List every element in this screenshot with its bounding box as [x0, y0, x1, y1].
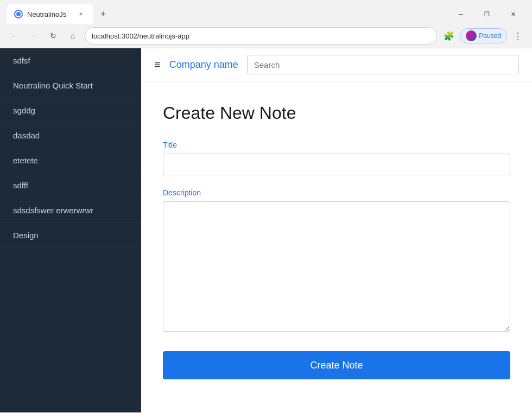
extensions-area: 🧩 Paused ⋮ [441, 28, 525, 43]
hamburger-icon[interactable]: ≡ [154, 59, 161, 71]
refresh-button[interactable]: ↻ [46, 28, 61, 43]
minimize-button[interactable]: ─ [448, 7, 473, 22]
address-bar: ← → ↻ ⌂ localhost:3002/neutralinojs-app … [0, 24, 532, 48]
description-label: Description [163, 188, 510, 197]
home-button[interactable]: ⌂ [65, 28, 80, 43]
sidebar-item-sdsdsfswer[interactable]: sdsdsfswer erwerwrwr [0, 198, 141, 223]
sidebar-item-label: Neutralino Quick Start [13, 81, 93, 90]
search-input[interactable] [247, 55, 519, 74]
sidebar-item-label: sdsdsfswer erwerwrwr [13, 206, 93, 215]
sidebar-item-label: sdfsf [13, 56, 30, 65]
description-input[interactable] [163, 201, 510, 332]
app-container: sdfsf Neutralino Quick Start sgddg dasda… [0, 48, 532, 412]
sidebar: sdfsf Neutralino Quick Start sgddg dasda… [0, 48, 141, 412]
active-tab[interactable]: NeutralinoJs × [7, 4, 93, 24]
tab-bar: NeutralinoJs × + [7, 4, 111, 24]
sidebar-item-etetete[interactable]: etetete [0, 148, 141, 173]
restore-button[interactable]: ❐ [474, 7, 499, 22]
title-bar: NeutralinoJs × + ─ ❐ ✕ [0, 0, 532, 24]
sidebar-item-design[interactable]: Design [0, 223, 141, 248]
window-controls: ─ ❐ ✕ [448, 7, 525, 22]
form-area: Create New Note Title Description Create… [141, 81, 532, 401]
tab-favicon [14, 10, 23, 18]
back-button[interactable]: ← [7, 28, 22, 43]
close-button[interactable]: ✕ [501, 7, 525, 22]
tab-title: NeutralinoJs [27, 10, 66, 18]
sidebar-item-sdfff[interactable]: sdfff [0, 173, 141, 198]
top-navbar: ≡ Company name [141, 48, 532, 81]
profile-label: Paused [479, 32, 501, 40]
sidebar-item-dasdad[interactable]: dasdad [0, 123, 141, 148]
forward-button[interactable]: → [26, 28, 41, 43]
sidebar-item-neutralino-quick-start[interactable]: Neutralino Quick Start [0, 73, 141, 98]
tab-close-button[interactable]: × [76, 9, 86, 19]
browser-chrome: NeutralinoJs × + ─ ❐ ✕ ← → ↻ ⌂ localhost… [0, 0, 532, 48]
avatar [466, 30, 477, 41]
profile-badge[interactable]: Paused [460, 28, 507, 43]
url-text: localhost:3002/neutralinojs-app [92, 32, 430, 40]
page-title: Create New Note [163, 103, 510, 123]
url-bar[interactable]: localhost:3002/neutralinojs-app [85, 27, 437, 45]
sidebar-item-label: dasdad [13, 131, 40, 140]
extensions-icon[interactable]: 🧩 [441, 28, 457, 43]
sidebar-item-label: etetete [13, 156, 38, 165]
company-name[interactable]: Company name [169, 59, 238, 71]
browser-menu-button[interactable]: ⋮ [510, 28, 525, 43]
new-tab-button[interactable]: + [96, 7, 111, 22]
sidebar-item-sgddg[interactable]: sgddg [0, 98, 141, 123]
sidebar-item-label: sdfff [13, 181, 28, 190]
title-input[interactable] [163, 154, 510, 175]
create-note-button[interactable]: Create Note [163, 351, 510, 379]
sidebar-item-label: sgddg [13, 106, 35, 115]
sidebar-item-label: Design [13, 231, 39, 240]
main-content: ≡ Company name Create New Note Title Des… [141, 48, 532, 412]
sidebar-item-sdfsf[interactable]: sdfsf [0, 48, 141, 73]
title-label: Title [163, 141, 510, 149]
